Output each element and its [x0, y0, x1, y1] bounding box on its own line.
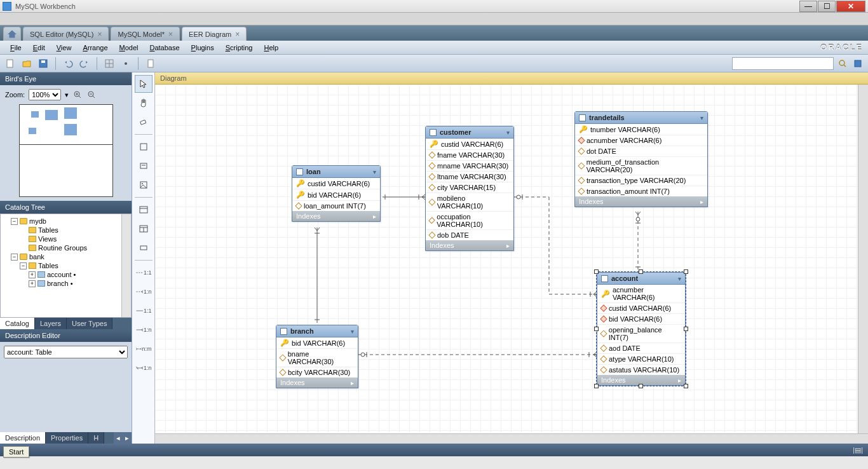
rel-1-n-existing-icon[interactable]: 1:n [135, 359, 153, 377]
tab-close-icon[interactable]: × [97, 30, 102, 39]
menu-file[interactable]: File [5, 43, 27, 53]
column-row[interactable]: astatus VARCHAR(10) [597, 365, 685, 375]
table-tool-icon[interactable] [135, 201, 153, 219]
tree-folder-views[interactable]: Views [20, 234, 130, 243]
desc-tab-properties[interactable]: Properties [46, 432, 88, 444]
routine-tool-icon[interactable] [135, 239, 153, 257]
desc-tab-right-icon[interactable]: ▸ [123, 432, 132, 444]
new-file-icon[interactable] [4, 57, 17, 70]
save-icon[interactable] [37, 57, 50, 70]
catalog-tab-user-types[interactable]: User Types [67, 318, 112, 329]
entity-trandetails[interactable]: trandetails▾ 🔑tnumber VARCHAR(6)acnumber… [574, 111, 708, 207]
column-row[interactable]: fname VARCHAR(30) [426, 150, 513, 161]
tree-table-branch[interactable]: +branch • [29, 279, 130, 288]
column-row[interactable]: 🔑tnumber VARCHAR(6) [575, 124, 707, 135]
tree-db-bank[interactable]: −bank [11, 252, 130, 261]
menu-edit[interactable]: Edit [28, 43, 50, 53]
tab-close-icon[interactable]: × [235, 30, 240, 39]
open-file-icon[interactable] [20, 57, 33, 70]
layer-tool-icon[interactable] [135, 138, 153, 156]
column-row[interactable]: ltname VARCHAR(30) [426, 172, 513, 182]
column-row[interactable]: medium_of_transaction VARCHAR(20) [575, 157, 707, 175]
column-row[interactable]: 🔑bid VARCHAR(6) [276, 337, 358, 349]
column-row[interactable]: 🔑bid VARCHAR(6) [292, 189, 380, 201]
description-select[interactable]: account: Table [4, 346, 128, 358]
maximize-button[interactable]: ☐ [818, 1, 836, 12]
desc-tab-description[interactable]: Description [0, 432, 46, 444]
column-row[interactable]: dot DATE [575, 146, 707, 157]
undo-icon[interactable] [62, 57, 74, 70]
overview-minimap[interactable] [19, 104, 113, 197]
zoom-dropdown-icon[interactable]: ▾ [65, 91, 69, 99]
note-tool-icon[interactable] [135, 157, 153, 175]
entity-account[interactable]: account▾ 🔑acnumber VARCHAR(6)custid VARC… [597, 272, 686, 386]
zoom-select[interactable]: 100% [29, 89, 61, 100]
column-row[interactable]: loan_amount INT(7) [292, 201, 380, 211]
entity-footer[interactable]: Indexes▸ [292, 211, 380, 221]
column-row[interactable]: bcity VARCHAR(30) [276, 367, 358, 377]
column-row[interactable]: mobileno VARCHAR(10) [426, 193, 513, 212]
tab-close-icon[interactable]: × [168, 30, 173, 39]
desc-tab-left-icon[interactable]: ◂ [114, 432, 123, 444]
column-row[interactable]: opening_balance INT(7) [597, 325, 685, 343]
chevron-down-icon[interactable]: ▾ [700, 114, 703, 121]
selection-handle[interactable] [684, 327, 688, 331]
tree-folder-tables[interactable]: Tables [20, 226, 130, 234]
column-row[interactable]: 🔑acnumber VARCHAR(6) [597, 285, 685, 303]
menu-help[interactable]: Help [259, 43, 284, 53]
pointer-tool-icon[interactable] [135, 75, 153, 93]
zoom-out-icon[interactable] [86, 90, 97, 100]
column-row[interactable]: bname VARCHAR(30) [276, 349, 358, 367]
hand-tool-icon[interactable] [135, 94, 153, 112]
canvas-vertical-scrollbar[interactable] [858, 85, 868, 433]
diagram-canvas[interactable]: loan▾ 🔑custid VARCHAR(6) 🔑bid VARCHAR(6)… [155, 85, 868, 433]
entity-customer[interactable]: customer▾ 🔑custid VARCHAR(6)fname VARCHA… [425, 126, 514, 251]
rel-1-1-id-icon[interactable]: 1:1 [135, 302, 153, 320]
selection-handle[interactable] [639, 269, 643, 274]
chevron-down-icon[interactable]: ▾ [373, 168, 376, 175]
catalog-scrollbar[interactable] [121, 214, 131, 317]
selection-handle[interactable] [684, 384, 688, 388]
selection-handle[interactable] [684, 269, 688, 274]
home-tab[interactable] [3, 27, 21, 41]
desc-tab-h[interactable]: H [88, 432, 104, 444]
column-row[interactable]: 🔑custid VARCHAR(6) [426, 139, 513, 150]
selection-handle[interactable] [594, 327, 599, 331]
menu-view[interactable]: View [51, 43, 77, 53]
chevron-down-icon[interactable]: ▾ [351, 328, 354, 335]
catalog-tab-catalog[interactable]: Catalog [0, 318, 35, 329]
tree-folder-tables-bank[interactable]: −Tables [20, 261, 130, 270]
menu-scripting[interactable]: Scripting [220, 43, 258, 53]
entity-loan[interactable]: loan▾ 🔑custid VARCHAR(6) 🔑bid VARCHAR(6)… [292, 165, 381, 222]
column-row[interactable]: transaction_type VARCHAR(20) [575, 175, 707, 186]
column-row[interactable]: city VARCHAR(15) [426, 182, 513, 193]
tree-db-mydb[interactable]: −mydb [11, 217, 130, 226]
close-button[interactable]: ✕ [836, 1, 865, 12]
selection-handle[interactable] [594, 384, 599, 388]
tab-eer-diagram[interactable]: EER Diagram × [182, 27, 247, 41]
entity-footer[interactable]: Indexes▸ [575, 196, 707, 207]
selection-handle[interactable] [639, 384, 643, 388]
tree-table-account[interactable]: +account • [29, 270, 130, 279]
entity-branch[interactable]: branch▾ 🔑bid VARCHAR(6)bname VARCHAR(30)… [276, 325, 358, 388]
chevron-down-icon[interactable]: ▾ [678, 275, 681, 282]
menu-database[interactable]: Database [144, 43, 184, 53]
zoom-in-icon[interactable] [72, 90, 83, 100]
column-row[interactable]: aod DATE [597, 343, 685, 354]
grid-toggle-icon[interactable] [103, 57, 116, 70]
menu-model[interactable]: Model [114, 43, 144, 53]
column-row[interactable]: bid VARCHAR(6) [597, 314, 685, 325]
snap-icon[interactable] [119, 57, 132, 70]
menu-arrange[interactable]: Arrange [78, 43, 112, 53]
rel-1-n-id-icon[interactable]: 1:n [135, 321, 153, 339]
column-row[interactable]: atype VARCHAR(10) [597, 354, 685, 365]
column-row[interactable]: custid VARCHAR(6) [597, 303, 685, 314]
catalog-tab-layers[interactable]: Layers [35, 318, 67, 329]
menu-plugins[interactable]: Plugins [186, 43, 219, 53]
minimize-button[interactable]: — [799, 1, 817, 12]
start-button[interactable]: Start [3, 446, 29, 458]
redo-icon[interactable] [78, 57, 91, 70]
column-row[interactable]: transaction_amount INT(7) [575, 186, 707, 196]
entity-footer[interactable]: Indexes▸ [276, 377, 358, 388]
tree-folder-routine-groups[interactable]: Routine Groups [20, 243, 130, 252]
